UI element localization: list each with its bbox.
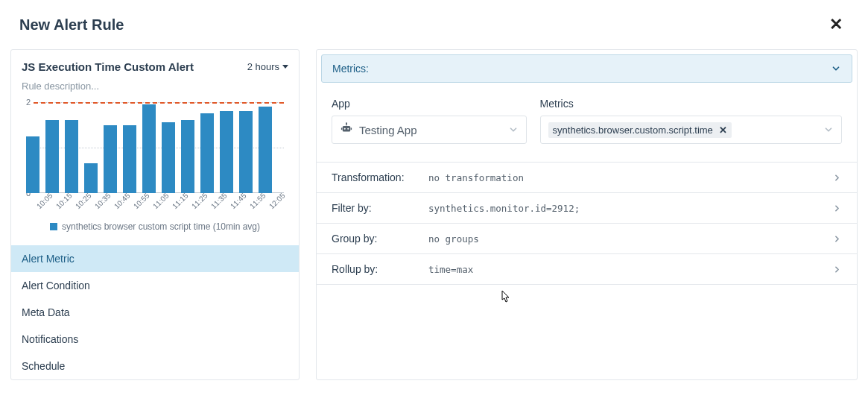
metrics-section-title: Metrics:: [332, 63, 369, 75]
chart-bar: [181, 120, 194, 193]
svg-rect-5: [341, 127, 343, 130]
left-panel: JS Execution Time Custom Alert 2 hours R…: [10, 49, 300, 380]
sidebar-item-meta-data[interactable]: Meta Data: [11, 299, 299, 326]
chart-legend: synthetics browser custom script time (1…: [22, 221, 288, 232]
svg-rect-6: [351, 127, 352, 130]
filter-row[interactable]: Filter by: synthetics.monitor.id=2912;: [317, 193, 857, 224]
legend-swatch: [50, 223, 57, 230]
chevron-right-icon: [832, 265, 842, 274]
chart-bar: [239, 111, 253, 193]
chart-xtick: 10:15: [54, 195, 70, 211]
robot-icon: [340, 122, 353, 138]
chart-xtick: 11:15: [171, 195, 186, 211]
chart-xtick: 10:05: [35, 195, 51, 211]
app-selector-label: App: [332, 98, 527, 110]
chart-bar: [142, 104, 156, 193]
chart-xtick: 11:45: [229, 195, 244, 211]
chevron-right-icon: [832, 234, 842, 244]
chevron-right-icon: [832, 173, 842, 183]
chevron-right-icon: [832, 204, 842, 213]
group-label: Group by:: [332, 233, 428, 245]
page-title: New Alert Rule: [19, 16, 124, 34]
transformation-label: Transformation:: [332, 171, 428, 183]
rollup-row[interactable]: Rollup by: time=max: [317, 254, 857, 285]
alert-title: JS Execution Time Custom Alert: [22, 60, 194, 73]
group-value: no groups: [428, 233, 479, 245]
transformation-value: no transformation: [428, 172, 524, 183]
sidebar-item-alert-metric[interactable]: Alert Metric: [11, 245, 299, 272]
chart-xtick: 11:25: [190, 195, 206, 211]
svg-point-1: [344, 128, 346, 130]
sidebar-item-alert-condition[interactable]: Alert Condition: [11, 272, 299, 299]
chart-bar: [104, 125, 117, 194]
svg-point-4: [346, 122, 347, 124]
chart-bars: [25, 102, 284, 193]
chart: 012 10:0510:1510:2510:3510:4510:5511:051…: [11, 102, 299, 232]
chevron-down-icon: [823, 124, 834, 135]
chart-bar: [65, 120, 78, 193]
chart-xtick: 12:05: [267, 195, 283, 211]
metric-chip: synthetics.browser.custom.script.time ✕: [548, 122, 732, 138]
group-row[interactable]: Group by: no groups: [317, 224, 857, 254]
chart-xtick: 10:35: [93, 195, 109, 211]
chart-xtick: 11:35: [209, 195, 225, 211]
filter-value: synthetics.monitor.id=2912;: [428, 203, 580, 214]
svg-point-2: [347, 128, 349, 130]
chart-xtick: 10:45: [113, 195, 128, 211]
filter-label: Filter by:: [332, 202, 428, 214]
sidebar-item-schedule[interactable]: Schedule: [11, 353, 299, 379]
chart-bar: [162, 122, 175, 193]
chart-bar: [45, 120, 59, 193]
chart-bar: [26, 136, 39, 193]
metrics-selector[interactable]: synthetics.browser.custom.script.time ✕: [540, 116, 842, 144]
close-button[interactable]: ✕: [823, 13, 849, 36]
chart-xtick: 10:55: [132, 195, 148, 211]
rule-description-input[interactable]: Rule description...: [22, 81, 288, 92]
metric-chip-remove[interactable]: ✕: [719, 124, 727, 136]
chart-xtick: 10:25: [74, 195, 89, 211]
chart-xtick: 11:55: [248, 195, 264, 211]
time-range-label: 2 hours: [247, 61, 279, 72]
time-range-dropdown[interactable]: 2 hours: [247, 61, 288, 72]
transformation-row[interactable]: Transformation: no transformation: [317, 163, 857, 193]
rollup-label: Rollup by:: [332, 263, 428, 275]
chevron-down-icon: [831, 63, 841, 74]
sidebar-item-notifications[interactable]: Notifications: [11, 326, 299, 353]
svg-rect-0: [343, 126, 351, 132]
threshold-line: [34, 102, 284, 104]
chart-bar: [84, 163, 98, 193]
metrics-selector-label: Metrics: [540, 98, 842, 110]
chart-xaxis: 10:0510:1510:2510:3510:4510:5511:0511:15…: [34, 198, 284, 206]
chart-bar: [220, 111, 233, 193]
app-selector[interactable]: Testing App: [332, 116, 527, 144]
chevron-down-icon: [508, 124, 519, 135]
rollup-value: time=max: [428, 264, 473, 275]
chart-bar: [200, 113, 214, 193]
metrics-section-header[interactable]: Metrics:: [321, 54, 852, 83]
legend-label: synthetics browser custom script time (1…: [62, 221, 260, 232]
caret-down-icon: [282, 65, 288, 69]
app-selector-value: Testing App: [359, 124, 417, 136]
sidebar-nav: Alert MetricAlert ConditionMeta DataNoti…: [11, 245, 299, 379]
chart-bar: [259, 107, 272, 193]
chart-xtick: 11:05: [151, 195, 167, 211]
chart-bar: [123, 125, 136, 194]
metric-chip-label: synthetics.browser.custom.script.time: [553, 124, 713, 136]
right-panel: Metrics: App Testing App Metric: [316, 49, 858, 380]
